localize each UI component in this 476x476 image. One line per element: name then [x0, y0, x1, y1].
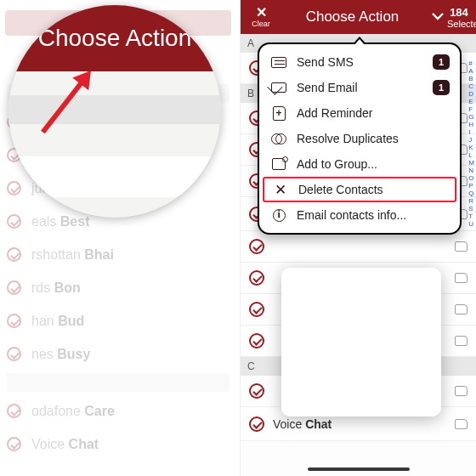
reminder-icon	[269, 105, 288, 121]
action-delete-contacts[interactable]: ✕ Delete Contacts	[263, 177, 456, 202]
magnifier-lens: Choose Action	[8, 5, 221, 218]
duplicates-icon	[269, 131, 288, 146]
clear-label: Clear	[252, 20, 270, 28]
sim-icon	[455, 273, 468, 283]
contact-last: Chat	[305, 417, 332, 431]
chevron-down-icon[interactable]	[428, 10, 447, 24]
action-send-email[interactable]: Send Email 1	[259, 75, 460, 100]
sim-icon	[455, 386, 468, 396]
sim-icon	[455, 419, 468, 429]
sim-icon	[455, 304, 468, 314]
action-email-contacts-info[interactable]: Email contacts info...	[259, 202, 460, 228]
contact-first: Voice	[273, 417, 302, 431]
sim-icon	[455, 336, 468, 346]
checkmark-icon[interactable]	[249, 239, 264, 254]
choose-action-dropdown[interactable]: Choose Action	[276, 8, 428, 26]
action-send-sms[interactable]: Send SMS 1	[259, 49, 460, 75]
close-icon: ✕	[256, 6, 267, 20]
checkmark-icon[interactable]	[249, 383, 264, 399]
mail-icon	[269, 80, 288, 95]
clear-button[interactable]: ✕ Clear	[246, 6, 276, 28]
checkmark-icon[interactable]	[249, 333, 264, 348]
blank-overlay-card	[281, 268, 441, 416]
sim-icon	[455, 241, 468, 252]
sms-icon	[269, 54, 288, 70]
x-icon: ✕	[271, 182, 290, 197]
info-icon	[269, 207, 288, 223]
topbar: ✕ Clear Choose Action 184 Selected	[241, 0, 476, 34]
phone-screen: ✕ Clear Choose Action 184 Selected A B D…	[240, 0, 476, 476]
selected-count: 184 Selected	[447, 6, 471, 29]
choose-action-title-magnified: Choose Action	[38, 25, 192, 52]
checkmark-icon[interactable]	[249, 270, 264, 286]
home-indicator[interactable]	[308, 468, 410, 471]
group-icon	[269, 156, 288, 172]
contact-row[interactable]	[241, 231, 476, 263]
action-resolve-duplicates[interactable]: Resolve Duplicates	[259, 126, 460, 151]
checkmark-icon[interactable]	[249, 416, 264, 432]
left-magnifier-panel: Jay Bhai mma o Balan jun Bee om eals Bes…	[0, 0, 236, 476]
checkmark-icon[interactable]	[249, 302, 264, 317]
count-badge: 1	[433, 54, 450, 70]
action-add-to-group[interactable]: Add to Group...	[259, 151, 460, 177]
action-add-reminder[interactable]: Add Reminder	[259, 100, 460, 126]
alpha-index[interactable]: #ABCDEFGHIJKLMNOPQRSTU	[468, 60, 474, 228]
count-badge: 1	[433, 80, 450, 95]
action-popover: Send SMS 1 Send Email 1 Add Reminder Res…	[258, 42, 462, 235]
